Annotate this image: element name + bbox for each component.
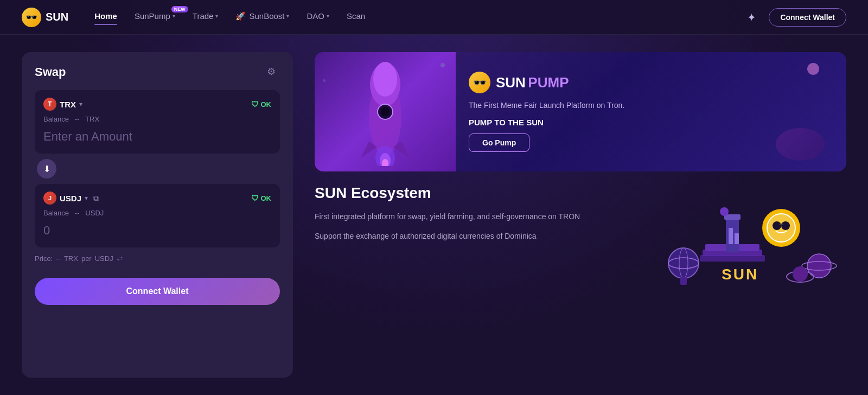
price-row: Price: -- TRX per USDJ ⇌ <box>35 254 280 263</box>
banner-content: 🕶️ SUN PUMP The First Meme Fair Launch P… <box>456 52 637 171</box>
chevron-down-icon: ▾ <box>327 13 329 19</box>
nav-link-scan[interactable]: Scan <box>347 11 365 23</box>
rocket-visual <box>315 52 456 171</box>
from-token-chevron-icon: ▾ <box>79 100 82 108</box>
nav-right: ✦ Connect Wallet <box>743 8 846 27</box>
usdj-icon: J <box>43 192 56 205</box>
main-content: Swap ⚙ T TRX ▾ 🛡 OK Balance -- <box>0 35 868 395</box>
ecosystem-section: SUN Ecosystem First integrated platform … <box>315 184 846 378</box>
chevron-down-icon: ▾ <box>215 13 218 19</box>
ecosystem-text: SUN Ecosystem First integrated platform … <box>315 184 627 250</box>
shield-icon: 🛡 <box>251 194 259 202</box>
nav-link-trade[interactable]: Trade ▾ <box>193 11 219 23</box>
ecosystem-desc-1: First integrated platform for swap, yiel… <box>315 211 627 224</box>
to-token-header: J USDJ ▾ ⧉ 🛡 OK <box>43 192 271 205</box>
decorative-dot <box>323 79 326 82</box>
swap-arrow-button[interactable]: ⬇ <box>37 159 56 179</box>
from-ok-badge: 🛡 OK <box>251 100 272 109</box>
svg-text:SUN: SUN <box>722 266 758 283</box>
swap-title: Swap <box>35 65 66 79</box>
nav-link-home[interactable]: Home <box>94 11 117 23</box>
nav-link-sunpump[interactable]: SunPump NEW ▾ <box>135 11 175 23</box>
nav-links: Home SunPump NEW ▾ Trade ▾ 🚀 SunBoost ▾ … <box>94 11 743 23</box>
iso-scene: SUN <box>640 184 846 293</box>
swap-header: Swap ⚙ <box>35 65 280 79</box>
from-token-header: T TRX ▾ 🛡 OK <box>43 98 271 111</box>
svg-point-27 <box>807 254 831 278</box>
copy-icon[interactable]: ⧉ <box>93 194 99 203</box>
from-token-symbol: TRX <box>60 100 76 109</box>
svg-point-4 <box>381 107 390 116</box>
logo[interactable]: 🕶️ SUN <box>22 8 68 27</box>
svg-point-2 <box>373 62 397 97</box>
rocket-illustration <box>347 58 423 166</box>
shield-icon: 🛡 <box>251 100 259 109</box>
ecosystem-illustration: SUN <box>640 184 846 293</box>
to-token-chevron-icon: ▾ <box>85 194 88 202</box>
svg-point-25 <box>781 221 790 230</box>
to-amount-display: 0 <box>43 221 271 240</box>
banner-rocket-area <box>315 52 456 171</box>
svg-point-31 <box>720 207 729 216</box>
to-token-selector[interactable]: J USDJ ▾ <box>43 192 88 205</box>
sunpump-logo-icon: 🕶️ <box>469 72 490 93</box>
new-badge: NEW <box>171 6 188 12</box>
chevron-down-icon: ▾ <box>286 13 289 19</box>
connect-wallet-large-button[interactable]: Connect Wallet <box>35 278 280 305</box>
price-swap-icon[interactable]: ⇌ <box>117 254 123 263</box>
to-token-symbol: USDJ <box>60 194 81 203</box>
right-panel: 🕶️ SUN PUMP The First Meme Fair Launch P… <box>315 52 846 378</box>
banner-description: The First Meme Fair Launch Platform on T… <box>469 100 624 111</box>
decorative-dot-lg <box>807 63 819 75</box>
svg-rect-26 <box>779 224 783 225</box>
nav-link-sunboost[interactable]: 🚀 SunBoost ▾ <box>235 11 289 23</box>
settings-icon[interactable]: ⚙ <box>267 66 280 79</box>
from-balance: Balance -- TRX <box>43 115 271 123</box>
swap-direction-arrow: ⬇ <box>35 159 280 179</box>
swap-panel: Swap ⚙ T TRX ▾ 🛡 OK Balance -- <box>22 52 293 378</box>
to-token-section: J USDJ ▾ ⧉ 🛡 OK Balance -- USDJ <box>35 184 280 247</box>
svg-point-13 <box>668 248 699 278</box>
ecosystem-title: SUN Ecosystem <box>315 184 627 202</box>
chevron-down-icon: ▾ <box>173 13 175 19</box>
sunpump-logo-row: 🕶️ SUN PUMP <box>469 72 624 93</box>
from-token-selector[interactable]: T TRX ▾ <box>43 98 82 111</box>
from-token-section: T TRX ▾ 🛡 OK Balance -- TRX <box>35 90 280 154</box>
go-pump-button[interactable]: Go Pump <box>469 133 529 152</box>
to-ok-badge: 🛡 OK <box>251 194 272 202</box>
svg-rect-19 <box>729 228 733 244</box>
sunpump-banner: 🕶️ SUN PUMP The First Meme Fair Launch P… <box>315 52 846 171</box>
logo-text: SUN <box>46 11 68 23</box>
svg-rect-20 <box>735 233 739 244</box>
svg-point-23 <box>767 214 795 242</box>
ecosystem-desc-2: Support the exchange of authorized digit… <box>315 230 627 243</box>
sunpump-title: SUN PUMP <box>496 74 569 91</box>
svg-rect-16 <box>680 277 687 285</box>
trx-icon: T <box>43 98 56 111</box>
to-balance: Balance -- USDJ <box>43 209 271 217</box>
theme-toggle-button[interactable]: ✦ <box>743 9 760 26</box>
decorative-dot <box>441 63 445 67</box>
decorative-orb <box>776 128 825 161</box>
nav-link-dao[interactable]: DAO ▾ <box>307 11 329 23</box>
from-amount-input[interactable] <box>43 128 271 146</box>
svg-point-30 <box>793 266 808 282</box>
svg-point-24 <box>773 221 781 230</box>
connect-wallet-button[interactable]: Connect Wallet <box>769 8 846 27</box>
ecosystem-visual: SUN <box>640 184 846 293</box>
banner-tagline: PUMP TO THE SUN <box>469 118 624 127</box>
logo-icon: 🕶️ <box>22 8 41 27</box>
navigation: 🕶️ SUN Home SunPump NEW ▾ Trade ▾ 🚀 SunB… <box>0 0 868 35</box>
